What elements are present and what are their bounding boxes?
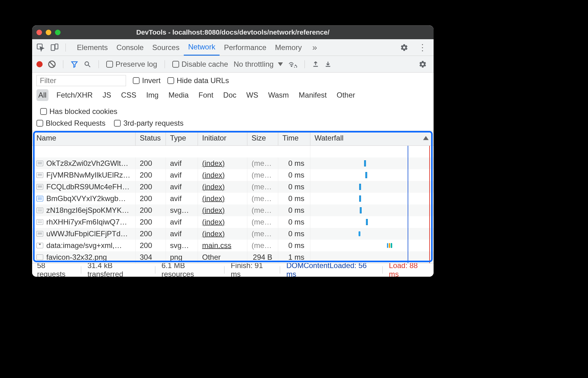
request-initiator[interactable]: (index) xyxy=(198,169,247,181)
request-time: 0 ms xyxy=(278,228,310,240)
request-size: (mem… xyxy=(247,228,278,240)
invert-checkbox[interactable]: Invert xyxy=(133,76,161,85)
tab-network[interactable]: Network xyxy=(184,39,220,56)
checkbox-icon[interactable] xyxy=(106,61,113,68)
filter-type-manifest[interactable]: Manifest xyxy=(297,89,329,101)
checkbox-icon[interactable] xyxy=(172,61,179,68)
waterfall-cell xyxy=(310,193,434,204)
table-row[interactable]: FCQLdbRS9UMc4eFHzYvI…200avif(index)(mem…… xyxy=(32,181,434,193)
request-time: 0 ms xyxy=(278,158,310,169)
minimize-window-icon[interactable] xyxy=(46,30,51,35)
network-conditions-icon[interactable] xyxy=(288,61,297,68)
invert-label: Invert xyxy=(142,76,161,85)
filter-type-ws[interactable]: WS xyxy=(245,89,260,101)
filter-funnel-icon[interactable] xyxy=(71,61,78,68)
settings-gear-icon[interactable] xyxy=(398,44,411,52)
checkbox-icon[interactable] xyxy=(114,120,121,127)
filter-type-fetch-xhr[interactable]: Fetch/XHR xyxy=(55,89,94,101)
export-har-icon[interactable] xyxy=(325,61,331,68)
network-settings-gear-icon[interactable] xyxy=(416,60,429,68)
filter-type-img[interactable]: Img xyxy=(144,89,160,101)
third-party-label: 3rd-party requests xyxy=(123,119,183,128)
search-icon[interactable] xyxy=(84,61,91,68)
load-time: Load: 88 ms xyxy=(389,261,429,277)
has-blocked-cookies-checkbox[interactable]: Has blocked cookies xyxy=(40,107,117,116)
table-row[interactable]: FjVMRBNwMyIlkUElRzYI.p…200avif(index)(me… xyxy=(32,169,434,181)
filter-type-other[interactable]: Other xyxy=(335,89,357,101)
waterfall-cell xyxy=(310,169,434,181)
tab-sources[interactable]: Sources xyxy=(148,39,184,56)
request-type: avif xyxy=(166,158,198,169)
file-type-icon xyxy=(36,219,43,225)
record-toggle-icon[interactable] xyxy=(36,61,43,67)
request-initiator[interactable]: (index) xyxy=(198,216,247,228)
domcontentloaded-time: DOMContentLoaded: 56 ms xyxy=(286,261,376,277)
tab-performance[interactable]: Performance xyxy=(220,39,271,56)
request-size: (mem… xyxy=(247,169,278,181)
request-initiator[interactable]: (index) xyxy=(198,204,247,216)
close-window-icon[interactable] xyxy=(36,30,42,35)
request-name: data:image/svg+xml,… xyxy=(46,241,122,250)
filter-type-all[interactable]: All xyxy=(36,89,48,101)
request-time: 0 ms xyxy=(278,181,310,193)
request-type: png xyxy=(166,251,198,263)
request-status: 200 xyxy=(135,204,166,216)
tab-elements[interactable]: Elements xyxy=(73,39,112,56)
filter-type-js[interactable]: JS xyxy=(101,89,113,101)
table-row[interactable]: zN18ngzI6ejSpoKMYKJG.s…200svg+xml(index)… xyxy=(32,204,434,216)
request-name: FCQLdbRS9UMc4eFHzYvI… xyxy=(46,183,131,191)
col-type[interactable]: Type xyxy=(166,131,198,146)
table-row[interactable]: BmGbqXVYxIY2kwgbNms…200avif(index)(mem…0… xyxy=(32,193,434,204)
filter-type-doc[interactable]: Doc xyxy=(221,89,238,101)
col-time[interactable]: Time xyxy=(278,131,310,146)
blocked-requests-checkbox[interactable]: Blocked Requests xyxy=(36,119,105,128)
request-size: (mem… xyxy=(247,204,278,216)
zoom-window-icon[interactable] xyxy=(55,30,61,35)
throttling-select[interactable]: No throttling xyxy=(233,60,283,69)
tab-console[interactable]: Console xyxy=(112,39,148,56)
checkbox-icon[interactable] xyxy=(36,120,43,127)
more-tabs-icon[interactable]: » xyxy=(312,43,317,52)
third-party-checkbox[interactable]: 3rd-party requests xyxy=(114,119,183,128)
preserve-log-checkbox[interactable]: Preserve log xyxy=(106,60,157,69)
request-initiator[interactable]: (index) xyxy=(198,193,247,204)
filter-type-css[interactable]: CSS xyxy=(119,89,138,101)
request-type: avif xyxy=(166,193,198,204)
network-toolbar: Preserve log Disable cache No throttling xyxy=(32,56,434,73)
col-initiator[interactable]: Initiator xyxy=(198,131,247,146)
table-row[interactable]: OkTz8xZwi0zVh2GWltnE.p…200avif(index)(me… xyxy=(32,158,434,169)
filter-input[interactable] xyxy=(36,75,126,86)
filter-type-wasm[interactable]: Wasm xyxy=(266,89,291,101)
table-row[interactable]: uWWJfuFbpiClEFjPTdVD.p…200avif(index)(me… xyxy=(32,228,434,240)
device-toggle-icon[interactable] xyxy=(50,43,59,52)
col-size[interactable]: Size xyxy=(247,131,278,146)
table-row[interactable]: rhXHHi7yxFm6IqiwQ7C3.p…200avif(index)(me… xyxy=(32,216,434,228)
clear-icon[interactable] xyxy=(48,61,56,68)
col-waterfall[interactable]: Waterfall xyxy=(310,131,434,146)
checkbox-icon[interactable] xyxy=(133,77,140,84)
file-type-icon xyxy=(36,184,43,190)
table-row[interactable]: data:image/svg+xml,…200svg+xmlmain.css(m… xyxy=(32,240,434,251)
request-initiator[interactable]: (index) xyxy=(198,181,247,193)
request-initiator[interactable]: (index) xyxy=(198,158,247,169)
checkbox-icon[interactable] xyxy=(167,77,174,84)
request-time: 0 ms xyxy=(278,204,310,216)
request-initiator[interactable]: main.css xyxy=(198,240,247,251)
kebab-menu-icon[interactable]: ⋮ xyxy=(416,42,429,52)
checkbox-icon[interactable] xyxy=(40,108,47,115)
inspect-element-icon[interactable] xyxy=(36,43,45,52)
request-type: avif xyxy=(166,169,198,181)
import-har-icon[interactable] xyxy=(312,61,319,68)
table-row[interactable]: favicon-32x32.png304pngOther294 B1 ms xyxy=(32,251,434,263)
file-type-icon xyxy=(36,243,43,248)
col-name[interactable]: Name xyxy=(32,131,135,146)
col-status[interactable]: Status xyxy=(135,131,166,146)
disable-cache-checkbox[interactable]: Disable cache xyxy=(172,60,228,69)
tab-memory[interactable]: Memory xyxy=(271,39,306,56)
filter-type-font[interactable]: Font xyxy=(197,89,215,101)
filter-type-media[interactable]: Media xyxy=(166,89,190,101)
file-type-icon xyxy=(36,172,43,178)
request-initiator[interactable]: (index) xyxy=(198,228,247,240)
request-name: FjVMRBNwMyIlkUElRzYI.p… xyxy=(46,171,131,179)
hide-data-urls-checkbox[interactable]: Hide data URLs xyxy=(167,76,229,85)
